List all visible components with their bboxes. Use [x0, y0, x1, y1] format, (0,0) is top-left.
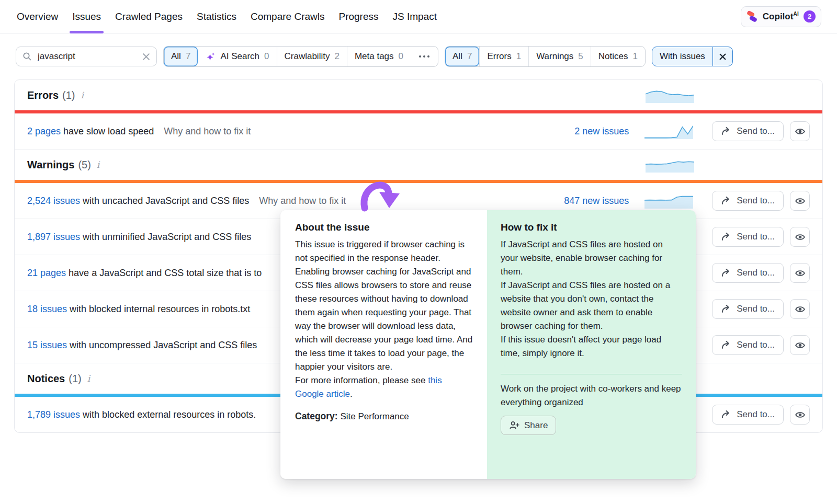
- search-icon: [22, 52, 32, 61]
- errors-count: (1): [62, 89, 75, 101]
- filter-crawlability[interactable]: Crawlability2: [277, 47, 347, 66]
- nav-tab-issues[interactable]: Issues: [71, 0, 102, 33]
- info-icon[interactable]: i: [87, 373, 90, 384]
- errors-trend-sparkline: [646, 87, 694, 103]
- search-input[interactable]: [37, 51, 138, 62]
- send-to-button[interactable]: Send to...: [712, 263, 784, 283]
- sparkle-icon: [206, 52, 216, 62]
- send-arrow-icon: [721, 410, 731, 419]
- how-to-fix-panel: How to fix it If JavaScript and CSS file…: [487, 210, 696, 479]
- remove-with-issues-filter-icon[interactable]: [712, 47, 732, 66]
- issue-description: 2 pages have slow load speed Why and how…: [27, 126, 540, 137]
- filter-meta-tags[interactable]: Meta tags0: [347, 47, 411, 66]
- warnings-title: Warnings: [27, 159, 74, 171]
- send-arrow-icon: [721, 196, 731, 205]
- nav-tab-overview[interactable]: Overview: [16, 0, 59, 33]
- errors-title: Errors: [27, 89, 59, 101]
- send-to-button[interactable]: Send to...: [712, 191, 784, 211]
- issue-trend-sparkline: [644, 193, 693, 209]
- filter-severity-notices[interactable]: Notices1: [591, 47, 645, 66]
- eye-icon: [795, 409, 806, 420]
- hide-issue-button[interactable]: [790, 263, 810, 283]
- eye-icon: [795, 232, 806, 243]
- about-the-issue-panel: About the issue This issue is triggered …: [280, 210, 487, 479]
- issue-pages-link[interactable]: 1,789 issues: [27, 409, 80, 420]
- issue-pages-link[interactable]: 15 issues: [27, 340, 67, 350]
- with-issues-label: With issues: [652, 47, 712, 66]
- eye-icon: [795, 340, 806, 351]
- share-promo-text: Work on the project with co-workers and …: [501, 382, 682, 409]
- issue-pages-link[interactable]: 21 pages: [27, 268, 66, 278]
- about-paragraph: This issue is triggered if browser cachi…: [295, 238, 473, 265]
- filter-category-all[interactable]: All7: [164, 47, 198, 66]
- copilot-label: CopilotAI: [763, 11, 799, 22]
- new-issues-link[interactable]: 847 new issues: [564, 196, 629, 206]
- filter-severity-all[interactable]: All7: [445, 47, 479, 66]
- clear-search-icon[interactable]: [142, 53, 150, 61]
- more-filters-button[interactable]: [411, 47, 438, 66]
- add-user-icon: [509, 420, 519, 430]
- send-to-button[interactable]: Send to...: [712, 405, 784, 425]
- send-to-button[interactable]: Send to...: [712, 335, 784, 355]
- filter-ai-search[interactable]: AI Search0: [198, 47, 276, 66]
- nav-tab-progress[interactable]: Progress: [337, 0, 379, 33]
- category-filter-group: All7 AI Search0 Crawlability2 Meta tags0: [163, 46, 438, 67]
- info-icon[interactable]: i: [81, 90, 83, 100]
- issue-trend-sparkline: [644, 123, 693, 139]
- hide-issue-button[interactable]: [790, 335, 810, 355]
- hide-issue-button[interactable]: [790, 121, 810, 141]
- info-icon[interactable]: i: [97, 159, 99, 170]
- filter-bar: All7 AI Search0 Crawlability2 Meta tags0…: [0, 33, 837, 67]
- send-arrow-icon: [721, 304, 731, 314]
- issue-pages-link[interactable]: 18 issues: [27, 304, 67, 314]
- fix-paragraph: If JavaScript and CSS files are hosted o…: [501, 238, 682, 279]
- category-line: Category: Site Performance: [295, 409, 473, 423]
- hide-issue-button[interactable]: [790, 227, 810, 247]
- about-paragraph: Enabling browser caching for JavaScript …: [295, 265, 473, 374]
- issue-pages-link[interactable]: 1,897 issues: [27, 232, 80, 242]
- send-arrow-icon: [721, 340, 731, 350]
- issue-pages-link[interactable]: 2,524 issues: [27, 196, 80, 206]
- nav-tab-compare-crawls[interactable]: Compare Crawls: [250, 0, 325, 33]
- warnings-count: (5): [78, 159, 91, 171]
- notices-count: (1): [69, 373, 81, 385]
- about-more-info: For more information, please see this Go…: [295, 374, 473, 401]
- issue-pages-link[interactable]: 2 pages: [27, 126, 61, 136]
- why-how-to-fix-link[interactable]: Why and how to fix it: [164, 126, 251, 137]
- errors-section-header: Errors (1) i: [15, 80, 822, 110]
- about-title: About the issue: [295, 222, 473, 233]
- copilot-logo-icon: [746, 10, 758, 22]
- issue-description: 2,524 issues with uncached JavaScript an…: [27, 196, 540, 207]
- warnings-trend-sparkline: [646, 157, 694, 173]
- new-issues-link[interactable]: 2 new issues: [574, 126, 629, 136]
- hide-issue-button[interactable]: [790, 191, 810, 211]
- filter-severity-errors[interactable]: Errors1: [479, 47, 528, 66]
- filter-severity-warnings[interactable]: Warnings5: [528, 47, 591, 66]
- nav-tab-crawled-pages[interactable]: Crawled Pages: [114, 0, 184, 33]
- send-arrow-icon: [721, 268, 731, 278]
- fix-paragraph: If this issue doesn't affect your page l…: [501, 333, 682, 360]
- nav-tab-statistics[interactable]: Statistics: [196, 0, 237, 33]
- send-arrow-icon: [721, 127, 731, 136]
- send-to-button[interactable]: Send to...: [712, 227, 784, 247]
- send-arrow-icon: [721, 232, 731, 242]
- share-button[interactable]: Share: [501, 416, 556, 435]
- with-issues-chip[interactable]: With issues: [652, 47, 733, 66]
- eye-icon: [795, 196, 806, 207]
- top-navigation: Overview Issues Crawled Pages Statistics…: [0, 0, 837, 33]
- copilot-button[interactable]: CopilotAI 2: [741, 6, 821, 27]
- issues-search-box[interactable]: [16, 47, 157, 66]
- hide-issue-button[interactable]: [790, 299, 810, 319]
- send-to-button[interactable]: Send to...: [712, 299, 784, 319]
- send-to-button[interactable]: Send to...: [712, 121, 784, 141]
- eye-icon: [795, 268, 806, 279]
- copilot-count-badge: 2: [804, 10, 816, 22]
- issue-row-slow-load-speed: 2 pages have slow load speed Why and how…: [15, 113, 822, 149]
- warnings-section-header: Warnings (5) i: [15, 149, 822, 180]
- hide-issue-button[interactable]: [790, 405, 810, 425]
- nav-tab-js-impact[interactable]: JS Impact: [392, 0, 438, 33]
- issue-details-popup: About the issue This issue is triggered …: [280, 210, 696, 479]
- why-how-to-fix-link[interactable]: Why and how to fix it: [259, 196, 346, 207]
- divider: [501, 374, 682, 374]
- eye-icon: [795, 126, 806, 137]
